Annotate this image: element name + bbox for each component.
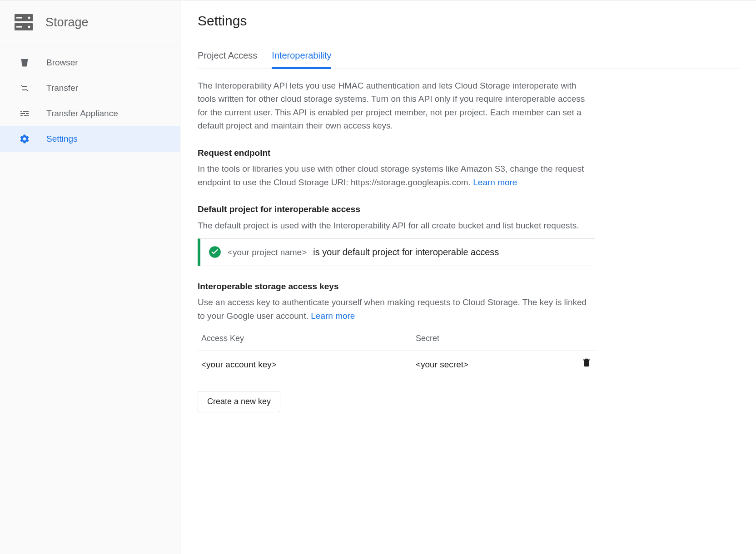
main-content: Settings Project Access Interoperability… xyxy=(180,0,756,554)
sidebar-header: Storage xyxy=(0,0,180,46)
storage-icon xyxy=(13,11,35,33)
tabs: Project Access Interoperability xyxy=(198,50,739,69)
access-keys-body: Use an access key to authenticate yourse… xyxy=(198,297,587,320)
create-key-button[interactable]: Create a new key xyxy=(198,391,280,412)
request-endpoint-text: In the tools or libraries you use with o… xyxy=(198,162,595,189)
table-row: <your account key> <your secret> xyxy=(198,351,595,378)
cell-secret: <your secret> xyxy=(412,351,568,378)
svg-rect-4 xyxy=(16,17,22,18)
sidebar-item-label: Transfer xyxy=(46,83,78,93)
bucket-icon xyxy=(19,57,30,68)
request-endpoint-heading: Request endpoint xyxy=(198,146,595,159)
sidebar-item-settings[interactable]: Settings xyxy=(0,126,180,152)
col-secret: Secret xyxy=(412,327,568,351)
banner-message: is your default project for interoperabl… xyxy=(313,245,499,259)
default-project-text: The default project is used with the Int… xyxy=(198,219,595,232)
svg-rect-5 xyxy=(16,26,22,27)
col-access-key: Access Key xyxy=(198,327,412,351)
sidebar-title: Storage xyxy=(45,15,89,30)
page-title: Settings xyxy=(198,13,739,29)
svg-point-2 xyxy=(28,16,30,19)
trash-icon[interactable] xyxy=(582,360,592,369)
request-endpoint-body: In the tools or libraries you use with o… xyxy=(198,164,584,187)
svg-point-3 xyxy=(28,25,30,28)
sidebar-item-browser[interactable]: Browser xyxy=(0,50,180,75)
default-project-heading: Default project for interoperable access xyxy=(198,203,595,216)
sidebar-item-label: Settings xyxy=(46,134,78,144)
sidebar-nav: Browser Transfer Transfer Appliance Sett… xyxy=(0,46,180,152)
access-keys-heading: Interoperable storage access keys xyxy=(198,280,595,293)
access-keys-text: Use an access key to authenticate yourse… xyxy=(198,296,595,322)
access-keys-learn-more-link[interactable]: Learn more xyxy=(311,311,355,321)
intro-text: The Interoperability API lets you use HM… xyxy=(198,79,595,133)
cell-access-key: <your account key> xyxy=(198,351,412,378)
check-circle-icon xyxy=(209,246,221,258)
tab-content: The Interoperability API lets you use HM… xyxy=(198,79,595,412)
banner-project-name: <your project name> xyxy=(228,246,307,259)
section-default-project: Default project for interoperable access… xyxy=(198,203,595,266)
access-keys-table: Access Key Secret <your account key> <yo… xyxy=(198,327,595,378)
col-actions xyxy=(568,327,595,351)
gear-icon xyxy=(19,134,30,144)
request-endpoint-learn-more-link[interactable]: Learn more xyxy=(473,178,517,187)
sidebar-item-label: Transfer Appliance xyxy=(46,109,118,119)
sidebar-item-label: Browser xyxy=(46,58,78,68)
tab-interoperability[interactable]: Interoperability xyxy=(272,50,331,69)
default-project-banner: <your project name> is your default proj… xyxy=(198,238,595,266)
sidebar-item-transfer-appliance[interactable]: Transfer Appliance xyxy=(0,101,180,126)
section-request-endpoint: Request endpoint In the tools or librari… xyxy=(198,146,595,189)
sidebar: Storage Browser Transfer Transfer Applia… xyxy=(0,0,180,554)
arrows-icon xyxy=(19,83,30,94)
section-access-keys: Interoperable storage access keys Use an… xyxy=(198,280,595,412)
sliders-icon xyxy=(19,108,30,119)
sidebar-item-transfer[interactable]: Transfer xyxy=(0,75,180,101)
cell-actions xyxy=(568,351,595,378)
tab-project-access[interactable]: Project Access xyxy=(198,50,257,69)
